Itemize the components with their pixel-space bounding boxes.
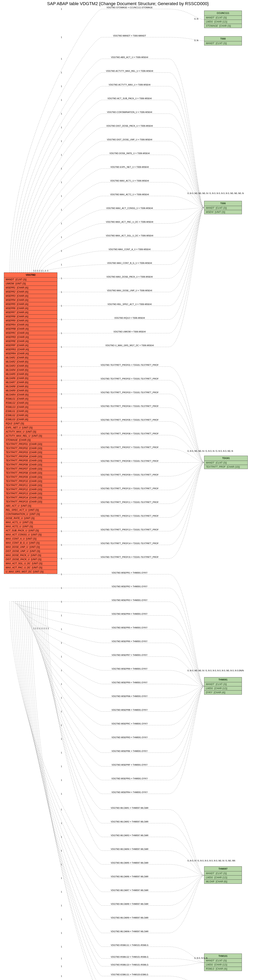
svg-text:VDGTM2-MSEPRF = THM091-DYKY: VDGTM2-MSEPRF = THM091-DYKY bbox=[112, 764, 148, 766]
vdgtm2-field-rsmlg3: RSMLG3 [CHAR (4)] bbox=[4, 405, 57, 409]
svg-text:VDGTM2-MAX_ACT2_U = T006-MSEHI: VDGTM2-MAX_ACT2_U = T006-MSEHI bbox=[110, 193, 149, 196]
svg-text:1: 1 bbox=[61, 957, 62, 959]
table-t000: T000 MANDT [CLNT (3)] bbox=[204, 36, 242, 46]
mult-vdgtm2-bottom: 1 1 1 1 1 1 1 1 1 bbox=[34, 627, 49, 630]
svg-text:1: 1 bbox=[61, 236, 62, 238]
svg-text:1: 1 bbox=[61, 448, 62, 450]
svg-text:VDGTM2-ACTVTY_MAX_REL_U = T006: VDGTM2-ACTVTY_MAX_REL_U = T006-MSEHI bbox=[106, 70, 153, 72]
svg-text:1: 1 bbox=[61, 751, 62, 754]
svg-text:VDGTM2-ACT_SUB_PACK_U = T006-M: VDGTM2-ACT_SUB_PACK_U = T006-MSEHI bbox=[107, 97, 152, 100]
svg-text:1: 1 bbox=[61, 918, 62, 920]
vdgtm2-field-msepr4: MSEPR4 [CHAR (4)] bbox=[4, 298, 57, 302]
mult-tdg91: 0..N 0..N0..N0..N / 0..N 0..N / 0..N 0..… bbox=[188, 450, 237, 452]
svg-text:1: 1 bbox=[61, 904, 62, 907]
svg-text:VDGTM2-MSEPR4 = THM091-DYKY: VDGTM2-MSEPR4 = THM091-DYKY bbox=[112, 613, 148, 615]
svg-text:VDGTM2-U_MAX_GRS_WGT_DC = T006: VDGTM2-U_MAX_GRS_WGT_DC = T006-MSEHI bbox=[105, 344, 154, 347]
vdgtm2-field-msepr1: MSEPR1 [CHAR (4)] bbox=[4, 286, 57, 290]
vdgtm2-field-esmlg1: ESMLG1 [CHAR (4)] bbox=[4, 409, 57, 414]
vdgtm2-field-mseprh: MSEPRH [CHAR (4)] bbox=[4, 352, 57, 356]
tdg91-field-textpatt_prof: TEXTPATT_PROF [CHAR (10)] bbox=[204, 465, 247, 469]
svg-text:1: 1 bbox=[61, 475, 62, 477]
svg-text:1: 1 bbox=[61, 516, 62, 519]
svg-text:VDGTM2-MSEPRH = THM091-DYKY: VDGTM2-MSEPRH = THM091-DYKY bbox=[112, 791, 148, 794]
svg-text:VDGTM2-MAX_ACT1_U = T006-MSEHI: VDGTM2-MAX_ACT1_U = T006-MSEHI bbox=[110, 180, 149, 182]
svg-text:VDGTM2-DIST_DOSE_PACK_U = T006: VDGTM2-DIST_DOSE_PACK_U = T006-MSEHI bbox=[106, 125, 153, 127]
svg-text:1: 1 bbox=[61, 489, 62, 491]
thm097-field-mloar: MLOAR [CHAR (6)] bbox=[204, 880, 242, 884]
t006-field-mandt: MANDT [CLNT (3)] bbox=[204, 206, 242, 210]
vdgtm2-field-mseprg: MSEPRG [CHAR (4)] bbox=[4, 347, 57, 352]
svg-text:1: 1 bbox=[61, 195, 62, 197]
svg-text:VDGTM2-MAX_DOSE_UNP_U = T006-M: VDGTM2-MAX_DOSE_UNP_U = T006-MSEHI bbox=[107, 289, 152, 292]
table-thm101: THM101 MANDT [CLNT (3)]LWDG [CHAR (12)]R… bbox=[204, 953, 242, 971]
svg-text:1: 1 bbox=[61, 379, 62, 382]
vdgtm2-field-msepr9: MSEPR9 [CHAR (4)] bbox=[4, 319, 57, 323]
mult-thm097: 0..N 0..N / 0..N 0..N 0..N 0..N 0..N0..N… bbox=[188, 859, 237, 862]
svg-text:VDGTM2-MSEPRG = THM091-DYKY: VDGTM2-MSEPRG = THM091-DYKY bbox=[111, 777, 148, 780]
thm091-field-dyky: DYKY [CHAR (4)] bbox=[204, 690, 242, 694]
svg-text:VDGTM2-MSEPRB = THM091-DYKY: VDGTM2-MSEPRB = THM091-DYKY bbox=[112, 709, 148, 711]
svg-text:VDGTM2-ESMLG1 = THM103-ESMLG: VDGTM2-ESMLG1 = THM103-ESMLG bbox=[111, 973, 148, 976]
svg-text:1: 1 bbox=[61, 332, 62, 334]
vdgtm2-field-textpatt_prof05: TEXTPATT_PROF05 [CHAR (10)] bbox=[4, 459, 57, 463]
vdgtm2-field-textpatt_prof02: TEXTPATT_PROF02 [CHAR (10)] bbox=[4, 446, 57, 450]
svg-text:1: 1 bbox=[61, 765, 62, 768]
svg-text:1: 1 bbox=[61, 263, 62, 266]
vdgtm2-field-mloara: MLOARA [CHAR (6)] bbox=[4, 393, 57, 397]
svg-text:VDGTM2-MLOAR8 = THM097-MLOAR: VDGTM2-MLOAR8 = THM097-MLOAR bbox=[111, 903, 148, 905]
svg-text:VDGTM2-RSMLG2 = THM101-RSMLG: VDGTM2-RSMLG2 = THM101-RSMLG bbox=[111, 956, 148, 958]
svg-text:1: 1 bbox=[61, 544, 62, 546]
ccunc111-field-lwdg: LWDG [CHAR (12)] bbox=[204, 20, 242, 24]
svg-text:VDGTM2-TEXTPATT_PROF06 = TDG91: VDGTM2-TEXTPATT_PROF06 = TDG91-TEXTPATT_… bbox=[101, 433, 159, 435]
svg-text:1: 1 bbox=[61, 461, 62, 464]
vdgtm2-field-textpatt_prof03: TEXTPATT_PROF03 [CHAR (10)] bbox=[4, 450, 57, 455]
vdgtm2-field-textpatt_prof10: TEXTPATT_PROF10 [CHAR (10)] bbox=[4, 479, 57, 483]
vdgtm2-field-mloar3: MLOAR3 [CHAR (6)] bbox=[4, 364, 57, 368]
vdgtm2-field-msepr3: MSEPR3 [CHAR (4)] bbox=[4, 294, 57, 298]
svg-text:1: 1 bbox=[61, 891, 62, 893]
vdgtm2-field-umiow: UMIOW [UNIT (3)] bbox=[4, 282, 57, 286]
svg-text:VDGTM2-MSEPR3 = THM091-DYKY: VDGTM2-MSEPR3 = THM091-DYKY bbox=[112, 599, 148, 601]
svg-text:VDGTM2-TEXTPATT_PROF09 = TDG91: VDGTM2-TEXTPATT_PROF09 = TDG91-TEXTPATT_… bbox=[101, 474, 159, 476]
svg-text:1: 1 bbox=[61, 72, 62, 74]
svg-text:VDGTM2-EXPL_NET_U = T006-MSEHI: VDGTM2-EXPL_NET_U = T006-MSEHI bbox=[110, 166, 149, 168]
vdgtm2-field-actvty_max_u: ACTVTY_MAX_U [UNIT (3)] bbox=[4, 430, 57, 434]
vdgtm2-field-act_sub_pack_u: ACT_SUB_PACK_U [UNIT (3)] bbox=[4, 528, 57, 533]
vdgtm2-field-max_cont_b_g_u: MAX_CONT_B_G_U [UNIT (3)] bbox=[4, 541, 57, 545]
vdgtm2-field-textpatt_prof06: TEXTPATT_PROF06 [CHAR (10)] bbox=[4, 463, 57, 467]
vdgtm2-field-msepr2: MSEPR2 [CHAR (4)] bbox=[4, 290, 57, 294]
svg-text:1: 1 bbox=[61, 57, 62, 60]
svg-text:1: 1 bbox=[61, 365, 62, 368]
thm101-field-lwdg: LWDG [CHAR (12)] bbox=[204, 963, 242, 967]
thm097-field-mandt: MANDT [CLNT (3)] bbox=[204, 872, 242, 875]
vdgtm2-field-max_act1_u: MAX_ACT1_U [UNIT (3)] bbox=[4, 520, 57, 525]
vdgtm2-field-max_dose_pack_u: MAX_DOSE_PACK_U [UNIT (3)] bbox=[4, 553, 57, 557]
svg-text:VDGTM2-MSEPR2 = THM091-DYKY: VDGTM2-MSEPR2 = THM091-DYKY bbox=[112, 585, 148, 588]
svg-text:1: 1 bbox=[61, 932, 62, 934]
svg-text:VDGTM2-TEXTPATT_PROF01 = TDG91: VDGTM2-TEXTPATT_PROF01 = TDG91-TEXTPATT_… bbox=[101, 364, 159, 366]
svg-text:VDGTM2-TEXTPATT_PROF08 = TDG91: VDGTM2-TEXTPATT_PROF08 = TDG91-TEXTPATT_… bbox=[101, 460, 159, 462]
vdgtm2-field-rqu2: RQU2 [UNIT (3)] bbox=[4, 422, 57, 426]
svg-text:VDGTM2-RSMLG1 = THM101-RSMLG: VDGTM2-RSMLG1 = THM101-RSMLG bbox=[111, 944, 148, 946]
svg-text:1: 1 bbox=[61, 503, 62, 505]
svg-text:VDGTM2-MLOAR9 = THM097-MLOAR: VDGTM2-MLOAR9 = THM097-MLOAR bbox=[111, 916, 148, 919]
thm097-field-lwdg: LWDG [CHAR (12)] bbox=[204, 875, 242, 880]
svg-text:1: 1 bbox=[61, 724, 62, 726]
svg-text:VDGTM2-MLOAR1 = THM097-MLOAR: VDGTM2-MLOAR1 = THM097-MLOAR bbox=[111, 807, 148, 809]
svg-text:1: 1 bbox=[61, 792, 62, 795]
vdgtm2-field-msepra: MSEPRA [CHAR (4)] bbox=[4, 323, 57, 327]
page-title: SAP ABAP table VDGTM2 {Change Document S… bbox=[0, 1, 255, 6]
vdgtm2-field-textpatt_prof13: TEXTPATT_PROF13 [CHAR (10)] bbox=[4, 492, 57, 496]
vdgtm2-field-textpatt_prof04: TEXTPATT_PROF04 [CHAR (10)] bbox=[4, 455, 57, 459]
vdgtm2-field-textpatt_prof15: TEXTPATT_PROF15 [CHAR (10)] bbox=[4, 500, 57, 504]
vdgtm2-field-rsmlg2: RSMLG2 [CHAR (4)] bbox=[4, 401, 57, 405]
svg-text:1: 1 bbox=[61, 167, 62, 170]
svg-text:1: 1 bbox=[61, 250, 62, 252]
svg-text:1: 1 bbox=[61, 407, 62, 409]
svg-text:VDGTM2-MSEPRA = THM091-DYKY: VDGTM2-MSEPRA = THM091-DYKY bbox=[112, 695, 148, 697]
svg-text:VDGTM2-MSEPRE = THM091-DYKY: VDGTM2-MSEPRE = THM091-DYKY bbox=[112, 750, 148, 752]
vdgtm2-field-textpatt_prof08: TEXTPATT_PROF08 [CHAR (10)] bbox=[4, 471, 57, 475]
svg-text:VDGTM2-STOWAGE = CCUNC111-STOW: VDGTM2-STOWAGE = CCUNC111-STOWAGE bbox=[106, 6, 152, 9]
vdgtm2-field-max_act_sgl_u_dc: MAX_ACT_SGL_U_DC [UNIT (3)] bbox=[4, 562, 57, 566]
table-tdg91: TDG91 MANDT [CLNT (3)]TEXTPATT_PROF [CHA… bbox=[204, 456, 248, 469]
